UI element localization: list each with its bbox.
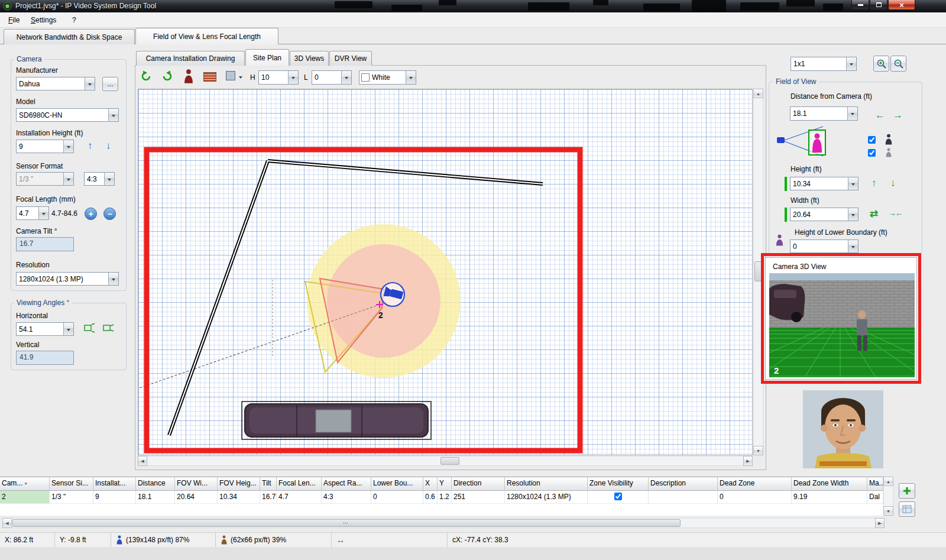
manufacturer-select[interactable]: Dahua xyxy=(16,77,95,90)
col-tilt[interactable]: Tilt xyxy=(260,477,277,491)
tab-camera-installation-drawing[interactable]: Camera Installation Drawing xyxy=(136,51,245,66)
menu-settings[interactable]: Settings xyxy=(25,14,62,26)
close-button[interactable]: × xyxy=(888,0,915,10)
resolution-select[interactable]: 1280x1024 (1.3 MP) xyxy=(16,272,119,286)
col-x[interactable]: X xyxy=(423,477,438,491)
col-y[interactable]: Y xyxy=(438,477,452,491)
canvas-scroll-left-icon[interactable]: ◀ xyxy=(138,456,147,466)
cell-x[interactable]: 0.6 xyxy=(423,491,438,504)
table-scroll-down-icon[interactable]: ▼ xyxy=(883,506,893,516)
cell-camera[interactable]: 2 xyxy=(0,491,50,504)
show-small-person-checkbox[interactable] xyxy=(868,149,876,157)
col-description[interactable]: Description xyxy=(649,477,718,491)
col-sensor-size[interactable]: Sensor Si... xyxy=(50,477,93,491)
col-fov-width[interactable]: FOV Wi... xyxy=(175,477,218,491)
wall-height-select[interactable]: 10 xyxy=(258,70,299,85)
table-row[interactable]: 2 1/3 " 9 18.1 20.64 10.34 16.7 4.7 4:3 … xyxy=(0,491,883,504)
wall-lower-select[interactable]: 0 xyxy=(312,70,352,85)
canvas-scroll-down-icon[interactable]: ▼ xyxy=(753,446,763,455)
widen-angle-icon[interactable] xyxy=(84,323,96,334)
fov-height-up-icon[interactable]: ↑ xyxy=(872,178,877,188)
col-direction[interactable]: Direction xyxy=(452,477,505,491)
focal-length-select[interactable]: 4.7 xyxy=(16,206,49,220)
tab-dvr-view[interactable]: DVR View xyxy=(329,51,372,66)
grid-layout-select[interactable]: 1x1 xyxy=(791,57,857,71)
installation-height-select[interactable]: 9 xyxy=(16,140,74,153)
zoom-in-button[interactable] xyxy=(873,56,889,72)
col-dead-zone[interactable]: Dead Zone xyxy=(718,477,792,491)
cell-lower-boundary[interactable]: 0 xyxy=(371,491,423,504)
vertical-angle-field[interactable]: 41.9 xyxy=(16,351,74,365)
canvas-scroll-right-icon[interactable]: ▶ xyxy=(743,456,753,466)
col-dead-zone-width[interactable]: Dead Zone Width xyxy=(792,477,867,491)
cell-y[interactable]: 1.2 xyxy=(438,491,452,504)
car-object[interactable] xyxy=(242,402,431,439)
menu-file[interactable]: File xyxy=(2,14,25,26)
col-resolution[interactable]: Resolution xyxy=(505,477,588,491)
tab-3d-views[interactable]: 3D Views xyxy=(290,51,329,66)
lower-boundary-select[interactable]: 0 xyxy=(790,239,858,253)
distance-select[interactable]: 18.1 xyxy=(790,106,858,121)
focal-decrease-button[interactable]: − xyxy=(103,208,116,220)
add-wall-icon[interactable] xyxy=(203,72,216,82)
col-installation[interactable]: Installat... xyxy=(93,477,136,491)
focal-increase-button[interactable]: + xyxy=(85,208,97,220)
cell-dead-zone[interactable]: 0 xyxy=(718,491,792,504)
maximize-button[interactable] xyxy=(870,0,887,10)
fov-height-down-icon[interactable]: ↓ xyxy=(890,178,896,188)
col-camera[interactable]: Cam...▲ xyxy=(0,477,50,491)
col-manufacturer[interactable]: Ma... xyxy=(867,477,883,491)
narrow-angle-icon[interactable] xyxy=(103,323,115,334)
minimize-button[interactable] xyxy=(851,0,869,10)
cell-distance[interactable]: 18.1 xyxy=(136,491,175,504)
height-up-icon[interactable]: ↑ xyxy=(88,141,93,151)
rotate-ccw-icon[interactable] xyxy=(140,70,153,83)
wall-color-select[interactable]: White xyxy=(359,70,416,85)
height-down-icon[interactable]: ↓ xyxy=(106,141,111,151)
cell-sensor-size[interactable]: 1/3 " xyxy=(50,491,93,504)
table-scroll-up-icon[interactable]: ▲ xyxy=(883,477,893,486)
zoom-out-button[interactable] xyxy=(890,56,906,72)
model-select[interactable]: SD6980C-HN xyxy=(16,108,119,122)
horizontal-angle-select[interactable]: 54.1 xyxy=(16,322,74,336)
cell-fov-width[interactable]: 20.64 xyxy=(175,491,218,504)
browse-manufacturer-button[interactable]: ... xyxy=(102,77,118,91)
cell-tilt[interactable]: 16.7 xyxy=(260,491,277,504)
fov-width-expand-icon[interactable]: ⇄ xyxy=(870,209,878,219)
distance-increase-icon[interactable]: → xyxy=(893,110,903,120)
col-aspect-ratio[interactable]: Aspect Ra... xyxy=(322,477,371,491)
cell-dead-zone-width[interactable]: 9.19 xyxy=(792,491,867,504)
aspect-ratio-select[interactable]: 4:3 xyxy=(84,172,115,186)
table-options-button[interactable] xyxy=(899,501,915,517)
cell-manufacturer[interactable]: Dal xyxy=(867,491,883,504)
canvas-scroll-up-icon[interactable]: ▲ xyxy=(753,89,763,98)
canvas-hscroll-thumb[interactable] xyxy=(440,457,459,465)
tab-site-plan[interactable]: Site Plan xyxy=(245,49,289,66)
window-scroll-left-icon[interactable]: ◀ xyxy=(2,518,12,528)
add-camera-button[interactable] xyxy=(899,483,915,499)
add-person-icon[interactable] xyxy=(183,69,194,84)
zone-visibility-checkbox[interactable] xyxy=(614,493,622,500)
window-hscroll-thumb[interactable] xyxy=(12,519,681,527)
fov-width-select[interactable]: 20.64 xyxy=(790,208,858,221)
tab-network-bandwidth[interactable]: Network Bandwidth & Disk Space xyxy=(4,29,135,44)
site-plan-canvas[interactable]: 2 xyxy=(138,89,753,455)
cell-resolution[interactable]: 1280x1024 (1.3 MP) xyxy=(505,491,588,504)
fill-region-dropdown-icon[interactable] xyxy=(239,76,242,80)
sensor-format-select[interactable]: 1/3 " xyxy=(16,172,74,186)
menu-help[interactable]: ? xyxy=(66,14,82,26)
distance-decrease-icon[interactable]: ← xyxy=(875,110,885,120)
cell-installation[interactable]: 9 xyxy=(93,491,136,504)
camera-tilt-field[interactable]: 16.7 xyxy=(16,237,74,251)
col-fov-height[interactable]: FOV Heig... xyxy=(218,477,260,491)
cell-fov-height[interactable]: 10.34 xyxy=(218,491,260,504)
cell-focal-length[interactable]: 4.7 xyxy=(277,491,322,504)
fov-height-select[interactable]: 10.34 xyxy=(790,177,858,190)
cell-description[interactable] xyxy=(649,491,718,504)
rotate-cw-icon[interactable] xyxy=(161,70,174,83)
col-zone-visibility[interactable]: Zone Visibility xyxy=(588,477,649,491)
tab-field-of-view[interactable]: Field of View & Lens Focal Length xyxy=(135,28,278,44)
window-scroll-right-icon[interactable]: ▶ xyxy=(875,518,885,528)
fill-region-icon[interactable] xyxy=(226,71,235,80)
col-lower-boundary[interactable]: Lower Bou... xyxy=(371,477,423,491)
